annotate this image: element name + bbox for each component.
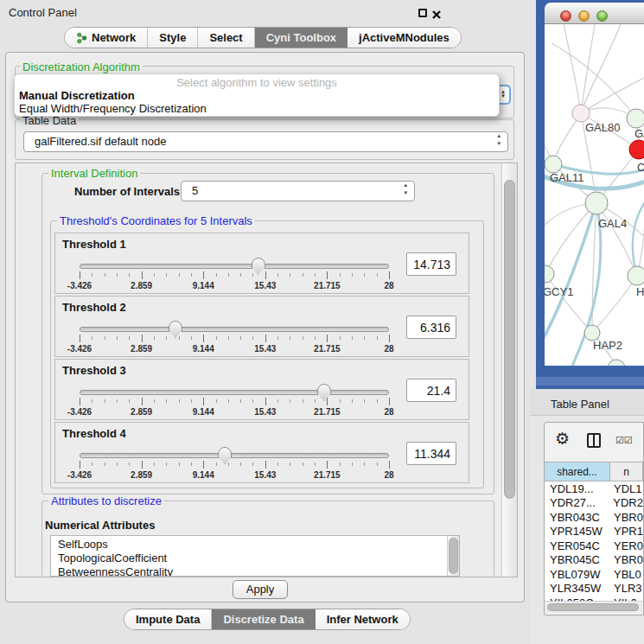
network-node-ga[interactable] [627,109,644,128]
algorithm-group-title: Discretization Algorithm [20,61,143,73]
checkbox-icons[interactable]: ☑☑ [615,435,633,446]
network-edge[interactable] [545,203,596,274]
threshold-value-field[interactable] [406,316,456,339]
tab-style[interactable]: Style [148,28,198,48]
table-row[interactable]: YPR145WYPR1 [545,525,643,539]
network-edge[interactable] [581,24,595,113]
close-icon[interactable] [431,8,442,18]
table-data-combo[interactable]: galFiltered.sif default node ▴▾ [23,131,508,152]
network-edge[interactable] [564,24,581,113]
node-label: GCY1 [545,285,573,298]
float-window-icon[interactable] [418,9,427,17]
threshold-slider[interactable]: -3.4262.8599.14415.4321.71528 [80,322,389,354]
threshold-value-field[interactable] [406,442,456,465]
attributes-group-title: Attributes to discretize [48,494,164,507]
network-node[interactable] [608,360,625,366]
node-label: GAL80 [585,121,620,134]
table-cell[interactable]: YER054C [545,539,609,552]
threshold-value-field[interactable] [406,252,456,276]
tab-label: Cyni Toolbox [266,31,336,44]
table-cell[interactable]: YBL0 [609,568,641,581]
network-edge[interactable] [581,78,644,113]
tab-label: Network [92,31,136,44]
table-cell[interactable]: YBR045C [545,553,609,566]
slider-ticks [80,398,389,406]
network-node-gal11[interactable] [545,156,562,173]
table-cell[interactable]: YPR1 [609,525,643,538]
table-column-header-shared[interactable]: shared... [545,462,610,481]
combo-stepper-icon[interactable]: ▴▾ [404,182,407,198]
slider-track[interactable] [80,327,389,332]
tab-discretize-data[interactable]: Discretize Data [212,609,315,629]
slider-track[interactable] [80,264,389,269]
table-cell[interactable]: YDR2 [609,496,643,509]
slider-track[interactable] [80,453,389,458]
table-cell[interactable]: YDR27... [545,496,609,509]
node-label: GA [634,127,644,140]
threshold-slider[interactable]: -3.4262.8599.14415.4321.71528 [80,449,389,480]
apply-button[interactable]: Apply [233,580,288,599]
table-row[interactable]: YER054CYER0 [545,539,643,553]
slider-track[interactable] [80,390,389,395]
attribute-item-topologicalcoefficient[interactable]: TopologicalCoefficient [51,552,459,565]
tab-select[interactable]: Select [198,28,254,48]
table-column-header-n[interactable]: n [610,462,643,481]
tab-infer-network[interactable]: Infer Network [316,609,410,629]
table-row[interactable]: YDL19...YDL1 [545,481,643,496]
threshold-slider[interactable]: -3.4262.8599.14415.4321.71528 [80,259,389,290]
slider-tick-labels: -3.4262.8599.14415.4321.71528 [80,407,389,418]
scrollpane-vscrollbar[interactable] [501,163,517,577]
table-cell[interactable]: YDL1 [609,482,642,495]
network-canvas[interactable]: GAL80GACGAL11GAL4GCY1HHAP2 [545,24,644,366]
column-layout-icon[interactable] [587,433,601,448]
network-edge[interactable] [596,203,637,276]
table-cell[interactable]: YPR145W [545,525,609,538]
tab-impute-data[interactable]: Impute Data [124,609,212,629]
table-cell[interactable]: YBL079W [545,568,609,581]
table-row[interactable]: YBR045CYBR0 [545,553,643,568]
table-cell[interactable]: YBR0 [609,511,643,524]
table-row[interactable]: YBL079WYBL0 [545,567,643,582]
network-node-gal80[interactable] [572,105,590,122]
gear-icon[interactable]: ⚙ [555,429,570,449]
combo-stepper-icon[interactable]: ▴▾ [497,133,501,149]
window-title: Control Panel [9,6,77,19]
table-cell[interactable]: YDL19... [545,482,609,495]
network-edge[interactable] [552,43,636,118]
table-row[interactable]: YDR27...YDR2 [545,496,643,511]
table-cell[interactable]: YBR0 [609,553,643,566]
tab-jactivemnodules[interactable]: jActiveMNodules [348,28,461,48]
table-cell[interactable]: YBR043C [545,511,609,524]
slider-tick-labels: -3.4262.8599.14415.4321.71528 [80,344,389,354]
threshold-label: Threshold 3 [62,364,126,377]
tab-cyni-toolbox[interactable]: Cyni Toolbox [255,28,348,48]
table-hscrollbar[interactable] [545,601,643,613]
threshold-slider[interactable]: -3.4262.8599.14415.4321.71528 [80,386,389,417]
numerical-attributes-header: Numerical Attributes [45,519,155,532]
network-node-h[interactable] [628,266,644,285]
table-row[interactable]: YLR345WYLR3 [545,582,643,596]
zoom-traffic-light[interactable] [596,10,608,22]
network-node-c[interactable] [629,140,644,159]
network-edge[interactable] [581,24,621,113]
network-edge-highlighted[interactable] [633,195,644,276]
attribute-item-betweennesscentrality[interactable]: BetweennessCentrality [51,565,459,577]
table-row[interactable]: YBR043CYBR0 [545,510,643,525]
minimize-traffic-light[interactable] [578,10,590,22]
network-window-titlebar[interactable] [545,3,644,24]
network-node-gal4[interactable] [585,192,608,214]
table-cell[interactable]: YLR3 [609,582,642,595]
threshold-value-field[interactable] [406,379,456,402]
algorithm-option-manual-discretization[interactable]: Manual Discretization [15,89,499,102]
threshold-panel-4: Threshold 4-3.4262.8599.14415.4321.71528 [54,422,469,483]
threshold-label: Threshold 4 [62,427,126,440]
table-cell[interactable]: YLR345W [545,582,609,595]
attribute-item-selfloops[interactable]: SelfLoops [51,538,459,552]
table-cell[interactable]: YER0 [609,539,643,552]
num-intervals-combo[interactable]: 5 ▴▾ [181,181,415,201]
close-traffic-light[interactable] [560,10,571,22]
network-node-gcy1[interactable] [545,265,554,283]
tab-network[interactable]: Network [65,28,148,48]
attributes-list-scrollbar[interactable] [447,536,459,576]
algorithm-option-equal-width-frequency-discretization[interactable]: Equal Width/Frequency Discretization [15,102,499,115]
